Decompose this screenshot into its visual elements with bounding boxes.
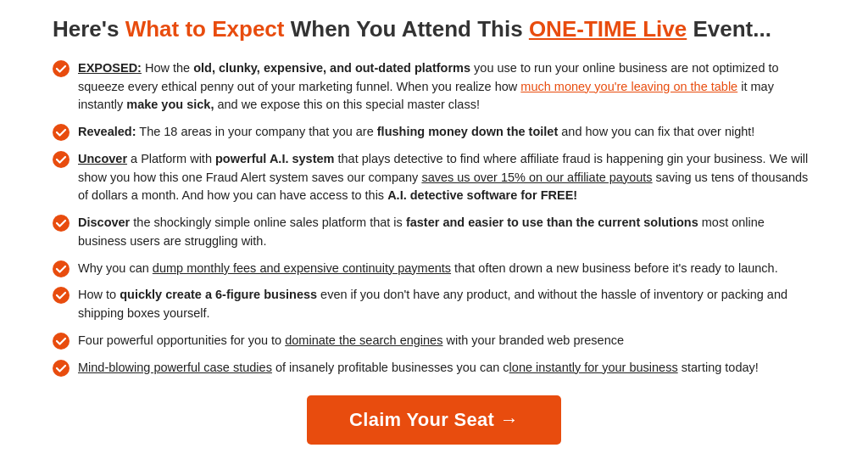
svg-point-6 bbox=[53, 333, 70, 350]
bullet-content: Discover the shockingly simple online sa… bbox=[78, 214, 815, 251]
cta-wrapper: Claim Your Seat → bbox=[53, 395, 815, 445]
claim-seat-button[interactable]: Claim Your Seat → bbox=[307, 395, 561, 445]
bullet-label: EXPOSED: bbox=[78, 61, 142, 75]
svg-point-2 bbox=[53, 151, 70, 168]
list-item: Four powerful opportunities for you to d… bbox=[53, 332, 815, 350]
checkmark-icon bbox=[53, 60, 70, 77]
svg-point-0 bbox=[53, 60, 70, 77]
list-item: Revealed: The 18 areas in your company t… bbox=[53, 123, 815, 142]
list-item: Mind-blowing powerful case studies of in… bbox=[53, 359, 815, 378]
svg-point-3 bbox=[53, 215, 70, 232]
bullet-content: Four powerful opportunities for you to d… bbox=[78, 332, 815, 350]
list-item: EXPOSED: How the old, clunky, expensive,… bbox=[53, 59, 815, 115]
svg-point-5 bbox=[53, 287, 70, 304]
checkmark-icon bbox=[53, 360, 70, 377]
list-item: Uncover a Platform with powerful A.I. sy… bbox=[53, 150, 815, 205]
heading-highlight1: What to Expect bbox=[125, 16, 285, 42]
bullet-list: EXPOSED: How the old, clunky, expensive,… bbox=[53, 59, 815, 378]
list-item: Why you can dump monthly fees and expens… bbox=[53, 260, 815, 278]
checkmark-icon bbox=[53, 260, 70, 277]
list-item: How to quickly create a 6-figure busines… bbox=[53, 286, 815, 323]
bullet-content: Mind-blowing powerful case studies of in… bbox=[78, 359, 815, 378]
bullet-content: Uncover a Platform with powerful A.I. sy… bbox=[78, 150, 815, 205]
bullet-content: EXPOSED: How the old, clunky, expensive,… bbox=[78, 59, 815, 115]
heading-middle: When You Attend This bbox=[284, 16, 528, 42]
main-heading: Here's What to Expect When You Attend Th… bbox=[53, 15, 815, 44]
checkmark-icon bbox=[53, 287, 70, 304]
heading-highlight2: ONE-TIME Live bbox=[529, 16, 687, 42]
checkmark-icon bbox=[53, 151, 70, 168]
heading-suffix: Event... bbox=[687, 16, 771, 42]
heading-prefix: Here's bbox=[53, 16, 125, 42]
bullet-content: How to quickly create a 6-figure busines… bbox=[78, 286, 815, 323]
svg-point-4 bbox=[53, 260, 70, 277]
bullet-content: Why you can dump monthly fees and expens… bbox=[78, 260, 815, 278]
svg-point-7 bbox=[53, 360, 70, 377]
list-item: Discover the shockingly simple online sa… bbox=[53, 214, 815, 251]
checkmark-icon bbox=[53, 124, 70, 141]
page-wrapper: Here's What to Expect When You Attend Th… bbox=[27, 0, 841, 459]
checkmark-icon bbox=[53, 215, 70, 232]
checkmark-icon bbox=[53, 333, 70, 350]
svg-point-1 bbox=[53, 124, 70, 141]
bullet-content: Revealed: The 18 areas in your company t… bbox=[78, 123, 815, 142]
